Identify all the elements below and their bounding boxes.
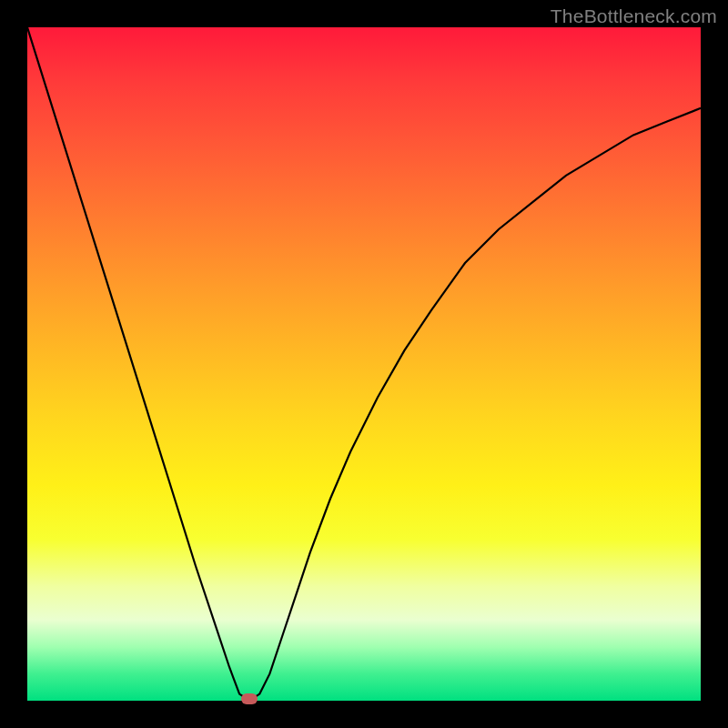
chart-frame: TheBottleneck.com — [0, 0, 728, 728]
watermark-text: TheBottleneck.com — [551, 5, 717, 27]
bottleneck-curve — [27, 27, 701, 701]
plot-area — [27, 27, 701, 701]
min-marker — [241, 693, 258, 704]
